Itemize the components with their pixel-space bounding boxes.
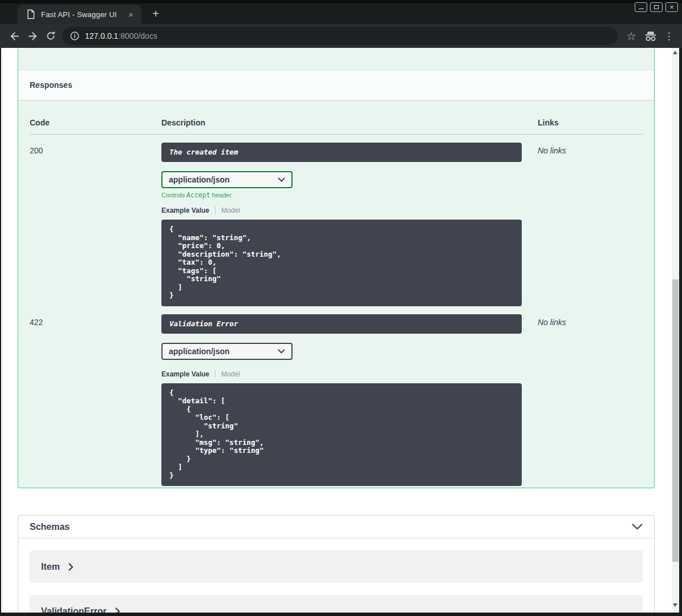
bookmark-star-icon[interactable]: ☆ (622, 30, 640, 43)
window-controls: × (635, 2, 678, 12)
menu-dots-icon[interactable]: ⋮ (661, 30, 677, 42)
response-links: No links (538, 143, 643, 306)
window-edge-right (679, 48, 682, 616)
toolbar-right: ☆ ⋮ (622, 30, 677, 43)
response-row-422: 422 Validation Error application/json Ex… (30, 306, 643, 487)
site-info-icon[interactable] (70, 31, 79, 40)
schemas-section: Schemas Item ValidationError (18, 515, 655, 616)
response-row-200: 200 The created item application/json Co… (30, 135, 643, 306)
back-icon (9, 31, 20, 42)
schemas-header[interactable]: Schemas (18, 516, 654, 538)
forward-button[interactable] (23, 27, 42, 45)
close-button[interactable]: × (665, 2, 678, 12)
model-example-tabs: Example Value Model (161, 370, 538, 378)
accept-note: Controls Accept header. (161, 191, 538, 199)
scroll-thumb[interactable] (672, 279, 679, 562)
scroll-up-icon[interactable] (673, 51, 677, 54)
maximize-icon (654, 5, 659, 9)
media-type-select[interactable]: application/json (161, 171, 293, 188)
responses-table-head: Code Description Links (30, 100, 643, 135)
response-description-box: The created item (161, 143, 522, 162)
column-header-code: Code (30, 118, 161, 127)
reload-button[interactable] (42, 27, 60, 45)
model-item-row[interactable]: Item (30, 550, 643, 583)
chevron-down-icon (278, 349, 285, 354)
window-edge-left (0, 48, 1, 616)
column-header-description: Description (161, 118, 538, 127)
model-expand-chevron-icon[interactable] (68, 563, 74, 571)
media-type-select[interactable]: application/json (161, 343, 293, 360)
back-button[interactable] (5, 27, 23, 45)
tab-title: Fast API - Swagger UI (41, 10, 126, 19)
media-type-value: application/json (169, 175, 230, 184)
browser-tab[interactable]: Fast API - Swagger UI × (17, 5, 141, 24)
page-favicon-icon (26, 9, 35, 19)
schemas-title: Schemas (30, 522, 70, 532)
responses-title: Responses (30, 80, 72, 90)
chevron-down-icon (278, 177, 285, 182)
url-host: 127.0.0.1 (85, 31, 118, 40)
window-edge-bottom (0, 613, 682, 616)
incognito-icon (640, 31, 661, 42)
media-type-value: application/json (169, 347, 230, 356)
response-description-cell: Validation Error application/json Exampl… (161, 314, 538, 487)
minimize-icon (639, 9, 644, 9)
scrollbar[interactable] (672, 48, 679, 613)
scroll-down-icon[interactable] (673, 603, 677, 607)
model-name: Item (41, 562, 60, 572)
browser-toolbar: 127.0.0.1:8000/docs ☆ ⋮ (0, 24, 682, 48)
tab-model[interactable]: Model (221, 206, 240, 214)
forward-icon (27, 31, 38, 42)
tab-model[interactable]: Model (221, 370, 240, 378)
new-tab-button[interactable]: + (148, 7, 163, 22)
responses-table: Code Description Links 200 The created i… (30, 100, 643, 486)
example-json-block: { "detail": [ { "loc": [ "string" ], "ms… (161, 383, 522, 487)
url-path: :8000/docs (118, 31, 157, 40)
minimize-button[interactable] (635, 2, 647, 12)
address-bar[interactable]: 127.0.0.1:8000/docs (62, 27, 618, 45)
response-code: 422 (30, 314, 161, 487)
tab-divider (215, 370, 216, 378)
response-links: No links (538, 314, 643, 487)
maximize-button[interactable] (650, 2, 663, 12)
example-json-block: { "name": "string", "price": 0, "descrip… (161, 220, 522, 306)
tab-close-icon[interactable]: × (126, 9, 136, 20)
response-description-box: Validation Error (161, 314, 522, 334)
model-example-tabs: Example Value Model (161, 206, 538, 214)
reload-icon (46, 31, 56, 41)
tab-example-value[interactable]: Example Value (161, 206, 209, 214)
responses-header: Responses (18, 70, 654, 100)
tab-divider (215, 206, 216, 214)
swagger-page: Responses Code Description Links 200 The… (0, 48, 682, 616)
browser-window: Fast API - Swagger UI × + × (0, 0, 682, 48)
schemas-collapse-chevron-icon[interactable] (632, 524, 643, 530)
tab-example-value[interactable]: Example Value (161, 370, 209, 378)
response-code: 200 (30, 143, 161, 306)
tab-strip: Fast API - Swagger UI × + × (0, 0, 682, 24)
close-icon: × (669, 4, 673, 11)
column-header-links: Links (538, 118, 643, 127)
response-description-cell: The created item application/json Contro… (161, 143, 538, 306)
responses-section: Responses Code Description Links 200 The… (18, 48, 655, 488)
